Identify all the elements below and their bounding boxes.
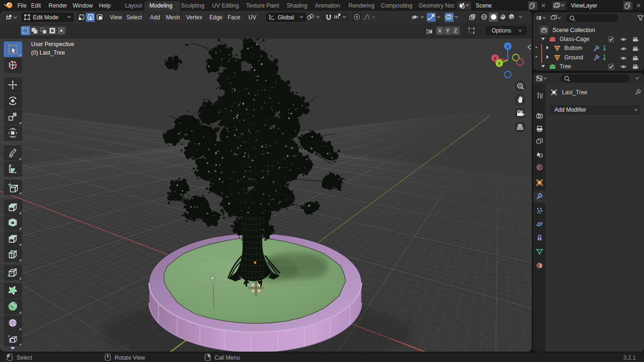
svg-text:Y: Y (498, 61, 501, 66)
svg-text:Z: Z (506, 44, 509, 49)
svg-text:X: X (494, 56, 496, 61)
